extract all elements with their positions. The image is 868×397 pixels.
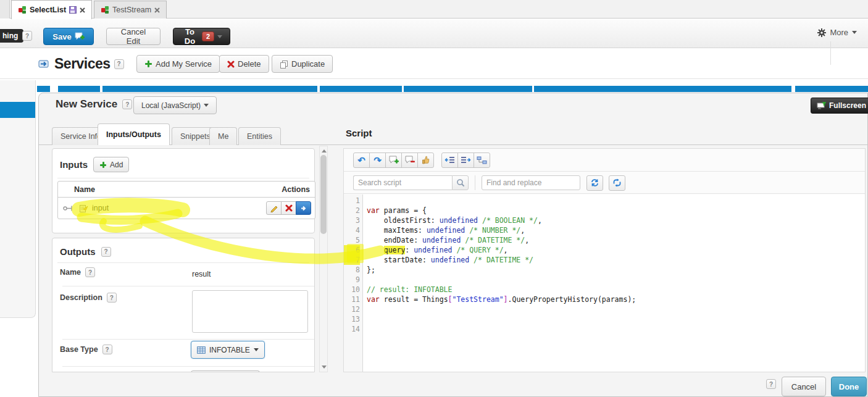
scroll-up-arrow[interactable]: [322, 149, 327, 153]
plus-icon: [144, 60, 152, 68]
edit-input-button[interactable]: [266, 201, 282, 215]
cancel-button[interactable]: Cancel: [782, 377, 826, 396]
tab-entities[interactable]: Entities: [238, 127, 281, 145]
delete-x-icon: [227, 61, 235, 68]
left-column-scrollbar[interactable]: [319, 146, 328, 372]
format-code-icon: [477, 156, 487, 164]
done-button[interactable]: Done: [831, 377, 867, 396]
todo-label: To Do: [181, 27, 199, 46]
outdent-button[interactable]: [441, 153, 458, 168]
selected-list-item[interactable]: [0, 102, 35, 118]
help-badge[interactable]: ?: [85, 267, 95, 277]
scrollbar-thumb[interactable]: [320, 155, 327, 234]
base-type-value: INFOTABLE: [209, 346, 250, 354]
page-title: Services: [54, 56, 111, 72]
help-badge[interactable]: ?: [122, 99, 132, 109]
description-label: Description: [60, 293, 102, 302]
help-badge[interactable]: ?: [114, 59, 124, 69]
help-badge[interactable]: ?: [22, 31, 32, 41]
add-my-service-button[interactable]: Add My Service: [136, 55, 220, 73]
help-badge[interactable]: ?: [766, 379, 776, 389]
lint-button[interactable]: [417, 153, 434, 168]
editor-header: New Service ?: [56, 98, 132, 111]
toolbar-divider: [830, 41, 831, 65]
tab-label: Me: [218, 132, 228, 141]
todo-button[interactable]: To Do 2: [173, 28, 230, 45]
entity-tab-label: TestStream: [112, 6, 151, 14]
output-description-field: Description ?: [60, 293, 117, 303]
help-badge[interactable]: ?: [107, 293, 117, 303]
output-basetype-field: Base Type ?: [60, 345, 112, 354]
outdent-icon: [444, 156, 455, 164]
thing-icon: [101, 6, 109, 14]
duplicate-icon: [280, 60, 288, 69]
cancel-edit-button[interactable]: Cancel Edit: [106, 28, 161, 45]
tab-label: Service Info: [61, 132, 101, 141]
search-icon: [456, 178, 465, 187]
format-code-button[interactable]: [474, 153, 490, 168]
replace-button[interactable]: [586, 175, 603, 191]
more-label: More: [830, 28, 848, 37]
search-script-input[interactable]: [353, 175, 452, 190]
cancel-label: Cancel: [791, 382, 816, 391]
save-label: Save: [52, 32, 71, 41]
remove-comment-button[interactable]: [401, 153, 418, 168]
indent-button[interactable]: [457, 153, 474, 168]
entity-tab-teststream[interactable]: TestStream: [94, 1, 167, 19]
drag-handle-icon[interactable]: [63, 205, 73, 212]
find-replace-input[interactable]: [482, 175, 580, 190]
input-row[interactable]: input: [58, 198, 315, 219]
add-my-service-label: Add My Service: [156, 59, 212, 69]
inputs-card: Inputs Add Name Actions input: [52, 148, 315, 233]
scroll-down-arrow[interactable]: [322, 366, 327, 369]
code-lines[interactable]: var params = { oldestFirst: undefined /*…: [363, 194, 865, 372]
todo-count-badge: 2: [202, 31, 214, 41]
delete-label: Delete: [238, 59, 261, 69]
close-icon[interactable]: [80, 7, 85, 13]
gear-icon: [817, 28, 826, 37]
line-number-gutter: 1234567891011121314: [344, 194, 363, 372]
more-button[interactable]: More: [817, 28, 857, 37]
code-area[interactable]: 1234567891011121314 var params = { oldes…: [344, 194, 865, 372]
undo-button[interactable]: ↶: [353, 153, 370, 168]
entity-tab-selectlist[interactable]: SelectList: [11, 0, 92, 19]
duplicate-button[interactable]: Duplicate: [272, 55, 333, 73]
name-label: Name: [60, 268, 81, 277]
pencil-icon: [270, 204, 278, 212]
entity-type-label: hing: [0, 29, 23, 43]
divider: [62, 286, 315, 286]
save-button[interactable]: Save: [43, 28, 94, 45]
close-icon[interactable]: [154, 7, 160, 13]
search-button[interactable]: [452, 175, 469, 190]
thing-icon: [18, 6, 27, 14]
replace-icon: [590, 178, 599, 187]
redo-button[interactable]: ↷: [369, 153, 386, 168]
entity-tab-label: SelectList: [30, 6, 66, 14]
thumbs-up-icon: [422, 156, 430, 164]
script-editor: ↶ ↷ 1234567891011121314 var params = { o…: [343, 148, 866, 372]
save-comment-icon: [75, 32, 85, 41]
language-label: Local (JavaScript): [141, 101, 201, 110]
partial-next-control: [191, 370, 260, 372]
delete-button[interactable]: Delete: [219, 55, 269, 73]
add-input-button[interactable]: Add: [93, 157, 129, 172]
delete-input-button[interactable]: [281, 201, 296, 215]
help-badge[interactable]: ?: [101, 247, 111, 257]
help-badge[interactable]: ?: [102, 345, 112, 354]
tab-inputs-outputs[interactable]: Inputs/Outputs: [98, 123, 170, 145]
base-type-dropdown[interactable]: INFOTABLE: [191, 341, 265, 359]
plus-icon: [99, 161, 107, 169]
language-dropdown[interactable]: Local (JavaScript): [133, 96, 217, 114]
move-input-button[interactable]: [296, 201, 311, 215]
outputs-card: Outputs ? Name ? result Description ? Ba…: [52, 238, 315, 372]
replace-all-icon: [612, 178, 622, 187]
replace-all-button[interactable]: [609, 175, 625, 191]
indent-icon: [461, 156, 471, 164]
caret-down-icon: [254, 348, 259, 351]
divider: [0, 78, 868, 79]
fullscreen-button[interactable]: Fullscreen: [811, 98, 868, 114]
add-label: Add: [110, 161, 123, 169]
description-textarea[interactable]: [192, 290, 308, 333]
add-comment-button[interactable]: [385, 153, 402, 168]
tab-me[interactable]: Me: [209, 127, 237, 145]
